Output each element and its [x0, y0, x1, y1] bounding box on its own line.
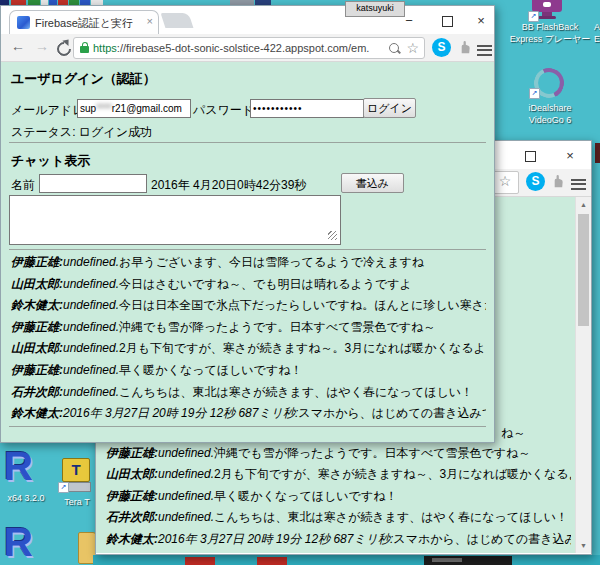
chat-message: 鈴木健太:2016年 3月27日 20時 19分 12秒 687ミリ秒:スマホか… [11, 403, 486, 425]
bookmark-star-button[interactable]: ☆ [491, 171, 519, 194]
divider [9, 249, 486, 250]
write-button[interactable]: 書込み [341, 173, 404, 193]
email-field[interactable]: sup****r21@gmail.com [77, 99, 191, 118]
chat-message: 山田太郎:undefined.今日はさむいですね～、でも明日は晴れるようですよ [11, 274, 486, 296]
shortcut-arrow-icon: ↗ [529, 88, 540, 99]
shortcut-arrow-icon: ↗ [58, 482, 69, 493]
back-icon[interactable]: ← [11, 38, 25, 54]
hand-extension-icon[interactable] [457, 40, 472, 59]
chat-message: 石井次郎:undefined.こんちちは、東北は寒さが続きます、はやく春になって… [11, 382, 486, 404]
password-label: パスワード [193, 102, 254, 119]
url-text: https://firebase5-dot-sonic-solstice-422… [93, 42, 387, 54]
desktop: ↗ BB FlashBack Express プレーヤー A E ↗ iDeal… [0, 0, 600, 565]
window-fragment [595, 143, 600, 163]
icon-label: Express プレーヤー [508, 33, 592, 45]
icon-label-fragment: A [592, 21, 600, 33]
datetime-text: 2016年 4月20日0時42分39秒 [151, 177, 306, 194]
desktop-icon-teraterm[interactable]: T ↗ Tera T [58, 458, 96, 508]
window-fragment [432, 558, 462, 562]
scroll-up-icon[interactable]: ▲ [576, 197, 591, 212]
tera-term-icon: T [62, 458, 90, 482]
icon-label: Tera T [58, 496, 96, 508]
chat-message: 山田太郎:undefined.2月も下旬ですが、寒さが続きますね～、3月になれば… [106, 464, 571, 485]
chat-heading: チャット表示 [11, 152, 90, 170]
browser-window-main: Firebase認証と実行 × − × ← → https://firebase… [0, 5, 495, 443]
window-fragment [257, 557, 287, 565]
chat-message-fragment: ね～ [501, 425, 525, 442]
menu-icon[interactable] [571, 176, 586, 192]
divider [9, 142, 486, 143]
username-tooltip: katsuyuki [345, 1, 405, 17]
chat-message: 伊藤正雄:undefined.沖縄でも雪が降ったようです。日本すべて雪景色ですね… [106, 443, 571, 464]
flashback-player-icon [538, 16, 556, 19]
flashback-player-icon [543, 2, 551, 7]
chat-message-list: 伊藤正雄:undefined.お早うございます、今日は雪降ってるようで冷えますね… [11, 252, 486, 425]
chat-message: 石井次郎:undefined.こんちちは、東北は寒さが続きます、はやく春になって… [106, 507, 571, 528]
tab-strip: Firebase認証と実行 × − × [1, 6, 494, 34]
hand-extension-icon[interactable] [550, 174, 565, 193]
chat-message: 山田太郎:undefined.2月も下旬ですが、寒さが続きますね～。3月になれば… [11, 338, 486, 360]
skype-icon[interactable]: S [526, 172, 545, 191]
maximize-button[interactable] [432, 12, 462, 30]
desktop-icon-r2[interactable]: R [0, 518, 52, 565]
scrollbar-thumb[interactable] [578, 214, 589, 326]
r-logo-icon: R [4, 446, 33, 486]
icon-label: VideoGo 6 [514, 114, 586, 126]
status-text: ステータス: ログイン成功 [11, 124, 152, 141]
chat-message: 伊藤正雄:undefined.早く暖かくなってほしいですね！ [106, 486, 571, 507]
lock-icon [80, 46, 89, 53]
tab-title: Firebase認証と実行 [35, 16, 135, 31]
close-button[interactable]: × [466, 12, 496, 30]
message-textarea[interactable] [9, 195, 341, 245]
chat-message: 伊藤正雄:undefined.早く暖かくなってほしいですね！ [11, 360, 486, 382]
new-tab-button[interactable] [161, 13, 194, 28]
login-button[interactable]: ログイン [363, 98, 416, 118]
skype-icon[interactable]: S [432, 38, 451, 57]
window-fragment [424, 556, 512, 565]
chat-message-list: 伊藤正雄:undefined.沖縄でも雪が降ったようです。日本すべて雪景色ですね… [106, 443, 571, 550]
password-field[interactable]: ••••••••••• [250, 99, 364, 118]
chat-message: 伊藤正雄:undefined.沖縄でも雪が降ったようです。日本すべて雪景色ですね… [11, 317, 486, 339]
browser-toolbar: ← → https://firebase5-dot-sonic-solstice… [1, 34, 494, 62]
favicon-icon [17, 16, 30, 29]
scrollbar[interactable]: ▲ ▼ [575, 197, 591, 553]
magnifier-icon[interactable] [389, 43, 399, 53]
redacted-text: **** [96, 103, 112, 114]
url-bar[interactable]: https://firebase5-dot-sonic-solstice-422… [73, 37, 425, 59]
forward-icon[interactable]: → [35, 38, 49, 54]
desktop-icon-flashback[interactable]: ↗ BB FlashBack Express プレーヤー [520, 0, 580, 50]
icon-label: x64 3.2.0 [0, 492, 56, 504]
menu-icon[interactable] [477, 42, 492, 58]
divider [9, 426, 486, 427]
scroll-down-icon[interactable]: ▼ [576, 538, 591, 553]
window-fragment [185, 557, 215, 565]
page-content: ユーザログイン（認証） メールアドレス sup****r21@gmail.com… [1, 62, 494, 442]
chat-message: 鈴木健太:undefined.今日は日本全国で氷点下だったらしいですね。ほんとに… [11, 295, 486, 317]
icon-label: iDealshare [514, 102, 586, 114]
tab-close-icon[interactable]: × [147, 15, 153, 27]
chat-message: 伊藤正雄:undefined.お早うございます、今日は雪降ってるようで冷えますね [11, 252, 486, 274]
close-button[interactable]: × [555, 147, 585, 165]
desktop-icon-r[interactable]: R x64 3.2.0 [0, 444, 52, 506]
resize-grip-icon[interactable] [328, 231, 337, 240]
icon-label: BB FlashBack [512, 21, 588, 33]
star-icon: ☆ [499, 173, 512, 189]
browser-tab[interactable]: Firebase認証と実行 × [9, 10, 159, 35]
name-input[interactable] [39, 174, 147, 193]
taskbar-strip [93, 555, 600, 565]
maximize-button[interactable] [515, 147, 545, 165]
star-icon[interactable]: ☆ [406, 41, 419, 55]
desktop-icon-videogo[interactable]: ↗ iDealshare VideoGo 6 [520, 66, 580, 122]
name-label: 名前 [11, 177, 35, 194]
login-heading: ユーザログイン（認証） [11, 70, 156, 88]
icon-label-fragment: E [592, 33, 600, 45]
chat-message: 鈴木健太:2016年 3月27日 20時 19分 12秒 687ミリ秒:スマホか… [106, 529, 571, 550]
r-logo-icon: R [4, 522, 33, 562]
